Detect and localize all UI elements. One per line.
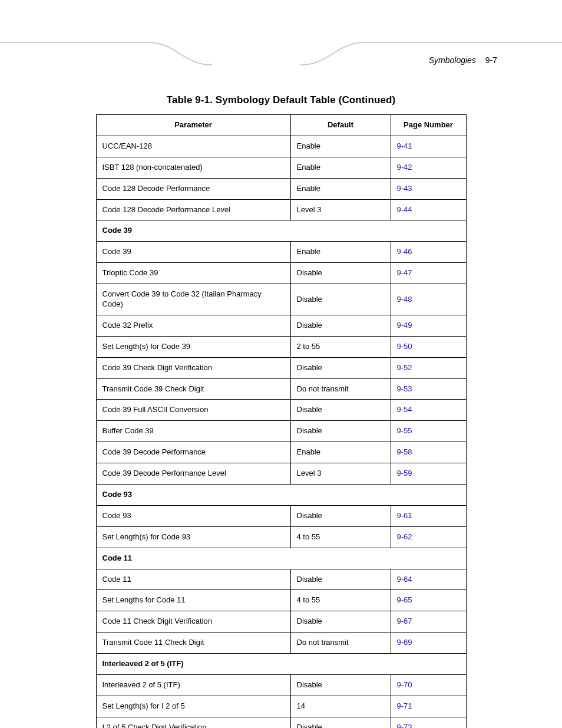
cell-page-link[interactable]: 9-62 <box>391 526 466 548</box>
table-row: Set Length(s) for I 2 of 5149-71 <box>96 696 466 717</box>
cell-parameter: Code 11 Check Digit Verification <box>96 611 290 633</box>
table-row: Set Lengths for Code 114 to 559-65 <box>96 590 466 611</box>
cell-default: Disable <box>290 611 391 633</box>
cell-page-link[interactable]: 9-42 <box>391 157 466 178</box>
cell-parameter: Code 128 Decode Performance Level <box>96 199 290 220</box>
cell-default: Enable <box>290 136 391 157</box>
cell-default: Disable <box>290 569 391 590</box>
table-row: Code 11Disable9-64 <box>96 569 466 590</box>
table-row: ISBT 128 (non-concatenated)Enable9-42 <box>96 157 466 178</box>
section-heading: Code 93 <box>96 485 466 506</box>
cell-default: Level 3 <box>290 199 391 220</box>
cell-page-link[interactable]: 9-69 <box>391 633 466 654</box>
cell-default: Disable <box>290 675 391 696</box>
table-row: Code 11 Check Digit VerificationDisable9… <box>96 611 466 633</box>
col-page-number: Page Number <box>391 115 466 136</box>
cell-parameter: Code 39 Decode Performance <box>96 442 290 463</box>
cell-default: 4 to 55 <box>290 590 391 611</box>
cell-default: Enable <box>290 178 391 199</box>
cell-parameter: Code 39 Check Digit Verification <box>96 357 290 378</box>
cell-default: Disable <box>290 505 391 526</box>
cell-page-link[interactable]: 9-47 <box>391 263 466 284</box>
cell-parameter: Code 39 Decode Performance Level <box>96 463 290 485</box>
table-row: Code 39Enable9-46 <box>96 242 466 263</box>
table-row: Trioptic Code 39Disable9-47 <box>96 263 466 284</box>
document-page: Symbologies 9-7 Table 9-1. Symbology Def… <box>0 0 562 728</box>
cell-parameter: Code 32 Prefix <box>96 315 290 336</box>
cell-default: Do not transmit <box>290 633 391 654</box>
cell-page-link[interactable]: 9-48 <box>391 284 466 315</box>
cell-parameter: Transmit Code 11 Check Digit <box>96 633 290 654</box>
cell-default: Disable <box>290 421 391 442</box>
cell-page-link[interactable]: 9-65 <box>391 590 466 611</box>
cell-parameter: Set Length(s) for I 2 of 5 <box>96 696 290 717</box>
cell-page-link[interactable]: 9-70 <box>391 675 466 696</box>
table-row: Code 93Disable9-61 <box>96 505 466 526</box>
table-section-row: Code 11 <box>96 548 466 569</box>
section-heading: Code 11 <box>96 548 466 569</box>
cell-page-link[interactable]: 9-64 <box>391 569 466 590</box>
cell-default: 4 to 55 <box>290 526 391 548</box>
section-heading: Interleaved 2 of 5 (ITF) <box>96 654 466 675</box>
cell-parameter: Code 39 Full ASCII Conversion <box>96 400 290 421</box>
cell-page-link[interactable]: 9-49 <box>391 315 466 336</box>
cell-default: Disable <box>290 284 391 315</box>
table-row: Code 39 Full ASCII ConversionDisable9-54 <box>96 400 466 421</box>
cell-parameter: Set Length(s) for Code 93 <box>96 526 290 548</box>
cell-parameter: Code 11 <box>96 569 290 590</box>
table-row: Buffer Code 39Disable9-55 <box>96 421 466 442</box>
cell-default: Disable <box>290 315 391 336</box>
col-default: Default <box>290 115 391 136</box>
cell-parameter: ISBT 128 (non-concatenated) <box>96 157 290 178</box>
cell-default: Disable <box>290 717 391 728</box>
cell-default: Do not transmit <box>290 378 391 400</box>
section-name: Symbologies <box>429 55 476 65</box>
cell-page-link[interactable]: 9-43 <box>391 178 466 199</box>
cell-parameter: Set Length(s) for Code 39 <box>96 336 290 357</box>
cell-page-link[interactable]: 9-44 <box>391 199 466 220</box>
cell-page-link[interactable]: 9-61 <box>391 505 466 526</box>
cell-page-link[interactable]: 9-52 <box>391 357 466 378</box>
cell-page-link[interactable]: 9-67 <box>391 611 466 633</box>
cell-parameter: Code 93 <box>96 505 290 526</box>
cell-parameter: Set Lengths for Code 11 <box>96 590 290 611</box>
running-head-area: Symbologies 9-7 <box>0 41 562 71</box>
table-row: Code 39 Decode PerformanceEnable9-58 <box>96 442 466 463</box>
table-row: UCC/EAN-128Enable9-41 <box>96 136 466 157</box>
cell-page-link[interactable]: 9-46 <box>391 242 466 263</box>
table-row: Convert Code 39 to Code 32 (Italian Phar… <box>96 284 466 315</box>
cell-parameter: Interleaved 2 of 5 (ITF) <box>96 675 290 696</box>
table-caption: Table 9-1. Symbology Default Table (Cont… <box>0 94 562 106</box>
section-heading: Code 39 <box>96 220 466 242</box>
cell-parameter: Code 128 Decode Performance <box>96 178 290 199</box>
table-section-row: Code 93 <box>96 485 466 506</box>
cell-page-link[interactable]: 9-54 <box>391 400 466 421</box>
table-row: Code 128 Decode PerformanceEnable9-43 <box>96 178 466 199</box>
table-row: Transmit Code 11 Check DigitDo not trans… <box>96 633 466 654</box>
cell-page-link[interactable]: 9-41 <box>391 136 466 157</box>
cell-page-link[interactable]: 9-50 <box>391 336 466 357</box>
symbology-default-table: Parameter Default Page Number UCC/EAN-12… <box>96 114 467 728</box>
cell-default: 2 to 55 <box>290 336 391 357</box>
table-row: Set Length(s) for Code 934 to 559-62 <box>96 526 466 548</box>
col-parameter: Parameter <box>96 115 290 136</box>
cell-page-link[interactable]: 9-59 <box>391 463 466 485</box>
table-row: Code 32 PrefixDisable9-49 <box>96 315 466 336</box>
cell-parameter: UCC/EAN-128 <box>96 136 290 157</box>
table-header-row: Parameter Default Page Number <box>96 115 466 136</box>
cell-page-link[interactable]: 9-71 <box>391 696 466 717</box>
table-section-row: Code 39 <box>96 220 466 242</box>
table-section-row: Interleaved 2 of 5 (ITF) <box>96 654 466 675</box>
cell-page-link[interactable]: 9-73 <box>391 717 466 728</box>
cell-default: Enable <box>290 242 391 263</box>
cell-default: Level 3 <box>290 463 391 485</box>
cell-default: 14 <box>290 696 391 717</box>
table-body: UCC/EAN-128Enable9-41ISBT 128 (non-conca… <box>96 136 466 728</box>
cell-page-link[interactable]: 9-58 <box>391 442 466 463</box>
running-head: Symbologies 9-7 <box>429 55 497 65</box>
cell-parameter: Transmit Code 39 Check Digit <box>96 378 290 400</box>
table-row: Code 39 Decode Performance LevelLevel 39… <box>96 463 466 485</box>
cell-page-link[interactable]: 9-53 <box>391 378 466 400</box>
table-row: Code 128 Decode Performance LevelLevel 3… <box>96 199 466 220</box>
cell-page-link[interactable]: 9-55 <box>391 421 466 442</box>
